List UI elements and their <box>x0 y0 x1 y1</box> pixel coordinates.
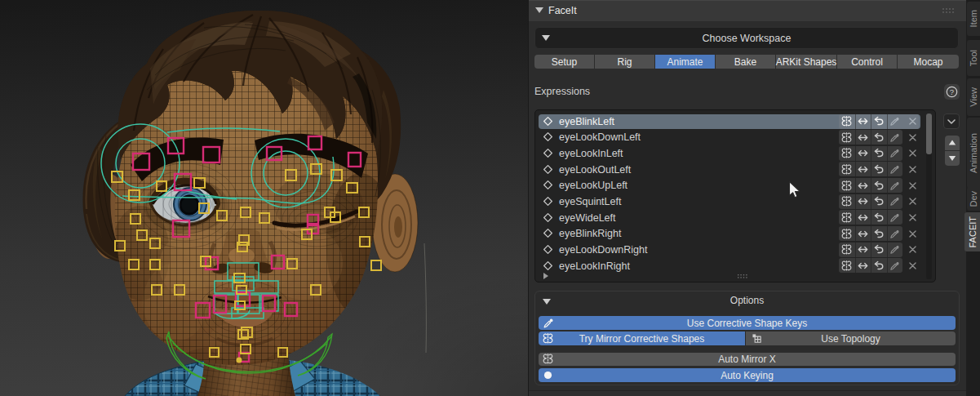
svg-text:?: ? <box>950 87 954 96</box>
